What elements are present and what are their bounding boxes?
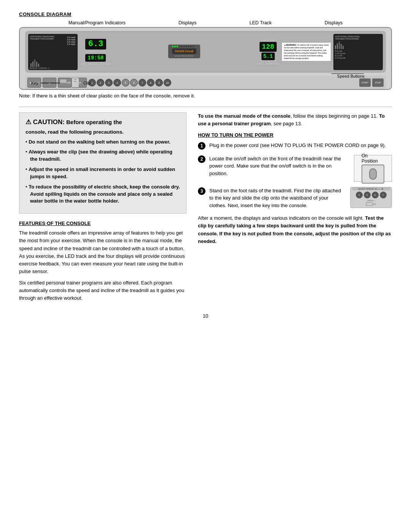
big-display-1: 6.3	[85, 39, 107, 50]
how-to-title: HOW TO TURN ON THE POWER	[198, 132, 392, 138]
manual-indicators-label: Manual/Program Indicators	[68, 20, 126, 26]
displays-label-2: Displays	[325, 20, 342, 26]
on-pos-box: OnPosition	[362, 153, 384, 184]
number-buttons: 1 2 3 4 5 6 7 8 9 10	[88, 79, 171, 86]
divider	[19, 107, 392, 107]
features-paragraph-2: Six certified personal trainer programs …	[19, 279, 186, 302]
display-labels-2: TIME INCLINE SEG.TIME	[80, 63, 112, 65]
step-2-with-image: Locate the on/off switch on the front of…	[209, 155, 392, 182]
step-1-number: 1	[198, 142, 206, 150]
display-labels-1: DISTANCE LAPS	[86, 51, 106, 53]
step-2-row: 2 Locate the on/off switch on the front …	[198, 155, 392, 182]
switch-diagram	[362, 165, 384, 184]
num-5-btn[interactable]: 5	[122, 79, 129, 86]
key-line-svg	[41, 79, 67, 87]
caution-word: ⚠ CAUTION:	[25, 118, 65, 126]
console-diagram-title: CONSOLE DIAGRAM	[19, 11, 392, 17]
switch-oval	[369, 168, 377, 180]
console-note-text: Note: If there is a thin sheet of clear …	[19, 92, 392, 100]
features-paragraph-1: The treadmill console offers an impressi…	[19, 229, 186, 275]
displays-label-1: Displays	[178, 20, 196, 26]
clip-label: Clip	[83, 81, 91, 85]
stop-btn[interactable]: STOP	[372, 78, 384, 87]
caution-item-3: Adjust the speed in small increments in …	[25, 166, 180, 181]
left-col: ⚠ CAUTION: Before operating the console,…	[19, 112, 186, 306]
left-panel: CERTIFIED PERSONALTRAINER PROGRAMS 4.0 m…	[28, 34, 78, 70]
num-7-btn[interactable]: 7	[139, 79, 146, 86]
step-3-with-image: Stand on the foot rails of the treadmill…	[209, 187, 392, 209]
svg-rect-3	[72, 78, 79, 88]
right-col: To use the manual mode of the console, f…	[198, 112, 392, 306]
mini-4-btn: 4	[356, 192, 363, 198]
step-1-row: 1 Plug in the power cord (see HOW TO PLU…	[198, 142, 392, 150]
led-track-section: PACER Circuit 1/4 MI / 400 M TRACK	[114, 45, 255, 59]
two-col-layout: ⚠ CAUTION: Before operating the console,…	[19, 112, 392, 306]
display-labels-4: SPEED MIN/MILE (Km)	[257, 62, 279, 65]
num-4-btn[interactable]: 4	[113, 79, 121, 86]
laps-label: LAPS	[100, 51, 106, 53]
intro-bold-part: To use the manual mode of the console	[198, 113, 290, 119]
mini-5-btn: 5	[364, 192, 371, 198]
page-number: 10	[19, 313, 392, 319]
step-3-number: 3	[198, 187, 206, 195]
display-section-1: 6.3 DISTANCE LAPS 19:58 TIME INCLINE SEG…	[80, 39, 112, 65]
warning-box: ▲WARNING: To reduce risk of serious inju…	[282, 42, 331, 62]
caution-list: Do not stand on the walking belt when tu…	[25, 139, 180, 205]
hr-display: 128	[260, 42, 276, 52]
caution-item-2: Always wear the clip (see the drawing ab…	[25, 149, 180, 163]
svg-rect-2	[60, 79, 67, 83]
incline-label: INCLINE	[88, 63, 97, 65]
caution-subtitle: console, read the following precautions.	[25, 129, 180, 135]
mini-6-btn: 6	[372, 192, 379, 198]
console-image-box: CERTIFIED PERSONALTRAINER PROGRAMS 4.0 m…	[19, 27, 392, 90]
heart-rate-section: ♥ HEART RATE 128 5.1 CALS. FAT CALS. SPE…	[257, 39, 279, 65]
quick-speed-mini: QUICK SPEED ◄───► 4 5 6 7 • M.P.H. •	[350, 187, 392, 208]
after-steps-text: After a moment, the displays and various…	[198, 214, 392, 245]
time-label: TIME	[80, 63, 85, 65]
num-10-btn[interactable]: 10	[164, 79, 171, 86]
num-6-btn[interactable]: 6	[130, 79, 138, 86]
seg-time-label: SEG.TIME	[100, 63, 112, 65]
sub-display-time: 19:58	[85, 54, 106, 62]
led-dots	[172, 46, 196, 47]
num-3-btn[interactable]: 3	[105, 79, 113, 86]
speed-display: 5.1	[261, 53, 275, 60]
on-position-text: OnPosition	[362, 153, 378, 164]
num-8-btn[interactable]: 8	[147, 79, 155, 86]
caution-box: ⚠ CAUTION: Before operating the console,…	[19, 112, 186, 214]
step-1-content: Plug in the power cord (see HOW TO PLUG …	[209, 142, 392, 149]
console-diagram-section: CONSOLE DIAGRAM Manual/Program Indicator…	[19, 11, 392, 100]
distance-label: DISTANCE	[86, 51, 97, 53]
pacer-circuit-label: PACER Circuit	[172, 48, 196, 54]
page-container: CONSOLE DIAGRAM Manual/Program Indicator…	[19, 11, 392, 319]
led-track-label: LED Track	[249, 20, 271, 26]
key-label: Key	[31, 81, 38, 85]
step-3-row: 3 Stand on the foot rails of the treadmi…	[198, 187, 392, 209]
num-2-btn[interactable]: 2	[97, 79, 104, 86]
num-9-btn[interactable]: 9	[155, 79, 163, 86]
on-position-diagram: OnPosition	[354, 155, 392, 182]
speed-buttons-label: Speed Buttons	[337, 74, 365, 78]
features-title: FEATURES OF THE CONSOLE	[19, 220, 186, 226]
speed-indicators: 4.0 mph5.0 mph5.5 mph4.5 mph	[67, 36, 75, 45]
right-panel: CERTIFIED PERSONALTRAINER PROGRAMS 6.0 m…	[333, 34, 383, 70]
mini-7-btn: 7	[380, 192, 387, 198]
console-inner: CERTIFIED PERSONALTRAINER PROGRAMS 4.0 m…	[25, 31, 386, 73]
step-2-text: Locate the on/off switch on the front of…	[209, 155, 350, 177]
step-2-number: 2	[198, 155, 206, 163]
caution-title: ⚠ CAUTION: Before operating the	[25, 118, 180, 126]
caution-title-rest: Before operating the	[66, 119, 122, 125]
start-btn[interactable]: START	[359, 78, 371, 87]
caution-item-4: To reduce the possibility of electric sh…	[25, 184, 180, 205]
features-section: FEATURES OF THE CONSOLE The treadmill co…	[19, 220, 186, 302]
key-area: Key Clip	[31, 78, 91, 88]
right-col-intro: To use the manual mode of the console, f…	[198, 112, 392, 128]
speed-buttons-line	[331, 73, 364, 74]
svg-rect-6	[366, 203, 373, 206]
diagram-labels-row: Manual/Program Indicators Displays LED T…	[19, 20, 392, 26]
step-3-text: Stand on the foot rails of the treadmill…	[209, 187, 346, 209]
clip-svg	[70, 78, 81, 88]
caution-item-1: Do not stand on the walking belt when tu…	[25, 139, 180, 146]
how-to-section: HOW TO TURN ON THE POWER 1 Plug in the p…	[198, 132, 392, 245]
key-clip-mini-svg	[365, 202, 377, 207]
